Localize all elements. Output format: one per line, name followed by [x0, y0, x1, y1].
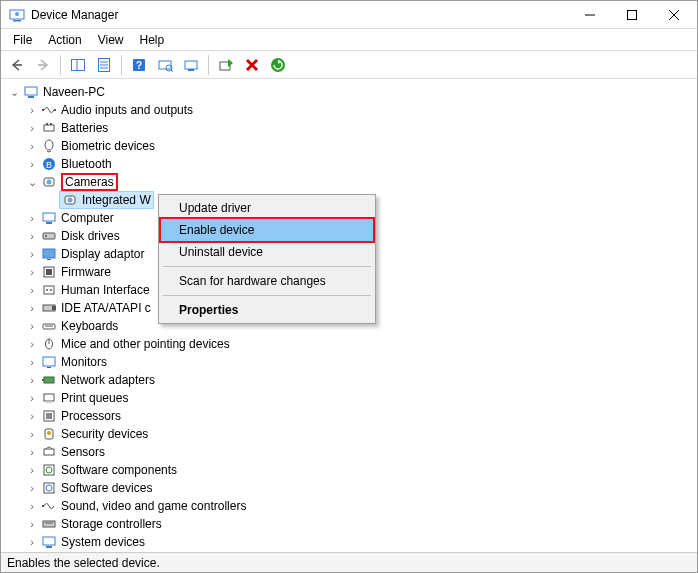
category-icon — [41, 228, 57, 244]
expand-icon[interactable]: › — [25, 535, 39, 549]
tree-category[interactable]: ›Biometric devices — [3, 137, 697, 155]
category-label: Cameras — [61, 173, 118, 191]
category-icon — [41, 246, 57, 262]
expand-icon[interactable]: › — [25, 229, 39, 243]
expand-icon[interactable]: › — [25, 211, 39, 225]
cm-update-driver[interactable]: Update driver — [161, 197, 373, 219]
tree-category[interactable]: ›System devices — [3, 533, 697, 551]
cm-properties[interactable]: Properties — [161, 299, 373, 321]
svg-rect-75 — [43, 537, 55, 545]
category-label: Sensors — [61, 445, 105, 459]
uninstall-button[interactable] — [240, 53, 264, 77]
expand-icon[interactable]: › — [25, 409, 39, 423]
category-icon: B — [41, 156, 57, 172]
collapse-icon[interactable]: ⌄ — [25, 175, 39, 189]
category-icon — [41, 282, 57, 298]
enable-device-button[interactable] — [214, 53, 238, 77]
expand-icon[interactable]: › — [25, 319, 39, 333]
expand-icon[interactable]: › — [25, 265, 39, 279]
update-driver-button[interactable] — [179, 53, 203, 77]
tree-category[interactable]: ›Print queues — [3, 389, 697, 407]
cm-enable-device[interactable]: Enable device — [159, 217, 375, 243]
expand-icon[interactable]: › — [25, 301, 39, 315]
tree-category[interactable]: ›Software devices — [3, 479, 697, 497]
tree-category[interactable]: ›Network adapters — [3, 371, 697, 389]
expand-icon[interactable]: › — [25, 391, 39, 405]
svg-rect-4 — [628, 10, 637, 19]
svg-rect-42 — [43, 233, 55, 239]
category-label: Processors — [61, 409, 121, 423]
menu-file[interactable]: File — [5, 31, 40, 49]
refresh-button[interactable] — [266, 53, 290, 77]
tree-category[interactable]: ›Sound, video and game controllers — [3, 497, 697, 515]
expand-icon[interactable]: › — [25, 157, 39, 171]
forward-button[interactable] — [31, 53, 55, 77]
titlebar: Device Manager — [1, 1, 697, 29]
svg-rect-61 — [44, 394, 54, 401]
svg-point-2 — [15, 12, 19, 16]
expand-icon[interactable]: › — [25, 337, 39, 351]
svg-text:?: ? — [136, 60, 142, 71]
tree-category[interactable]: ›Security devices — [3, 425, 697, 443]
svg-rect-62 — [46, 401, 52, 403]
expand-icon[interactable]: › — [25, 283, 39, 297]
category-icon — [41, 534, 57, 550]
category-label: Monitors — [61, 355, 107, 369]
expand-icon[interactable]: › — [25, 121, 39, 135]
tree-category[interactable]: ›BBluetooth — [3, 155, 697, 173]
tree-category[interactable]: ›Audio inputs and outputs — [3, 101, 697, 119]
toolbar-separator — [60, 55, 61, 75]
expand-icon[interactable]: › — [25, 481, 39, 495]
properties-button[interactable] — [92, 53, 116, 77]
tree-root[interactable]: ⌄ Naveen-PC — [3, 83, 697, 101]
close-button[interactable] — [661, 5, 687, 25]
scan-hardware-button[interactable] — [153, 53, 177, 77]
back-button[interactable] — [5, 53, 29, 77]
category-label: Mice and other pointing devices — [61, 337, 230, 351]
expand-icon[interactable]: › — [25, 355, 39, 369]
expand-icon[interactable]: › — [25, 139, 39, 153]
menu-action[interactable]: Action — [40, 31, 89, 49]
category-label: Audio inputs and outputs — [61, 103, 193, 117]
device-tree[interactable]: ⌄ Naveen-PC ›Audio inputs and outputs›Ba… — [1, 79, 697, 552]
cm-uninstall-device[interactable]: Uninstall device — [161, 241, 373, 263]
expand-icon[interactable]: › — [25, 445, 39, 459]
tree-category[interactable]: ›Batteries — [3, 119, 697, 137]
svg-rect-40 — [43, 213, 55, 221]
category-icon — [41, 138, 57, 154]
tree-category[interactable]: ›Mice and other pointing devices — [3, 335, 697, 353]
help-button[interactable]: ? — [127, 53, 151, 77]
svg-rect-57 — [43, 357, 55, 366]
collapse-icon[interactable]: ⌄ — [7, 85, 21, 99]
show-hide-console-button[interactable] — [66, 53, 90, 77]
tree-category[interactable]: ›Monitors — [3, 353, 697, 371]
expand-icon[interactable]: › — [25, 463, 39, 477]
category-label: Software devices — [61, 481, 152, 495]
toolbar-separator — [208, 55, 209, 75]
expand-icon[interactable]: › — [25, 103, 39, 117]
svg-line-19 — [171, 70, 173, 72]
tree-category[interactable]: ⌄Cameras — [3, 173, 697, 191]
tree-category[interactable]: ›Processors — [3, 407, 697, 425]
tree-category[interactable]: ›Storage controllers — [3, 515, 697, 533]
expand-icon[interactable]: › — [25, 427, 39, 441]
status-text: Enables the selected device. — [7, 556, 160, 570]
expand-icon[interactable]: › — [25, 373, 39, 387]
menu-help[interactable]: Help — [132, 31, 173, 49]
cm-scan-hardware[interactable]: Scan for hardware changes — [161, 270, 373, 292]
category-label: Keyboards — [61, 319, 118, 333]
tree-category[interactable]: ›Sensors — [3, 443, 697, 461]
minimize-button[interactable] — [577, 5, 603, 25]
expand-icon[interactable]: › — [25, 517, 39, 531]
svg-rect-76 — [46, 546, 52, 548]
menu-view[interactable]: View — [90, 31, 132, 49]
category-label: IDE ATA/ATAPI c — [61, 301, 151, 315]
svg-rect-8 — [38, 64, 47, 66]
tree-category[interactable]: ›Software components — [3, 461, 697, 479]
maximize-button[interactable] — [619, 5, 645, 25]
svg-rect-32 — [50, 123, 52, 125]
app-icon — [9, 7, 25, 23]
category-icon — [41, 210, 57, 226]
expand-icon[interactable]: › — [25, 247, 39, 261]
expand-icon[interactable]: › — [25, 499, 39, 513]
